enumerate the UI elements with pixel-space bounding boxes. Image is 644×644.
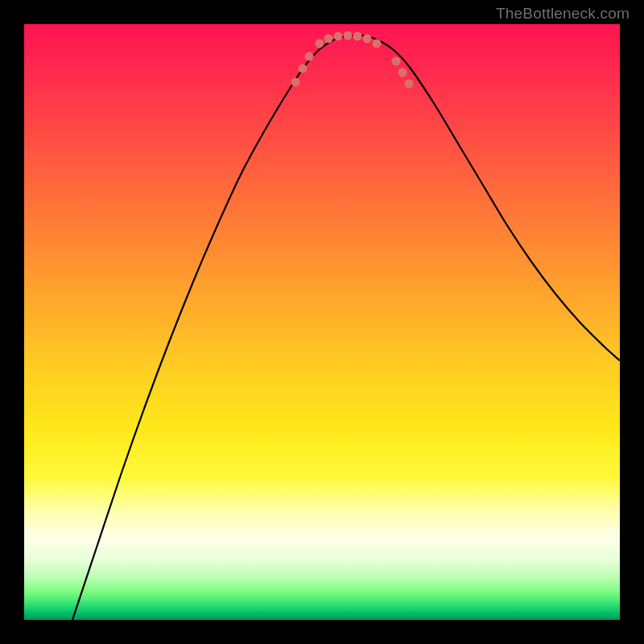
marker-dot (305, 52, 314, 61)
marker-dot (363, 35, 372, 43)
marker-dot (392, 57, 401, 66)
marker-dot (373, 39, 382, 48)
marker-dot (405, 80, 414, 89)
curve-path (72, 35, 620, 620)
marker-dot (291, 78, 300, 87)
chart-frame: TheBottleneck.com (0, 0, 644, 644)
marker-dot (353, 32, 362, 41)
marker-dot (299, 64, 308, 73)
watermark-text: TheBottleneck.com (496, 5, 630, 23)
marker-dot (344, 31, 353, 40)
marker-dot (324, 35, 333, 43)
marker-dot (334, 32, 343, 41)
marker-dot (316, 39, 324, 48)
curve-layer (24, 24, 620, 620)
curve-markers (291, 31, 414, 89)
marker-dot (398, 68, 407, 77)
